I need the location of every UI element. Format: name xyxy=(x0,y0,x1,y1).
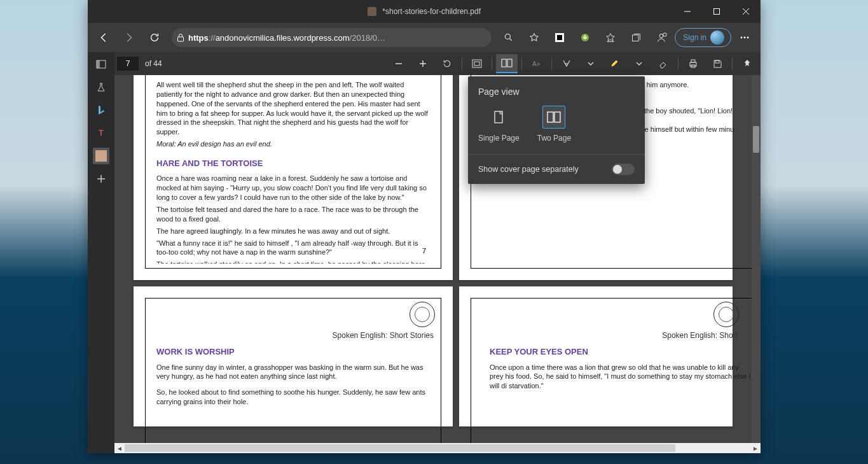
paragraph: All went well till the shepherd shut the… xyxy=(156,80,430,137)
paragraph: by him anymore. xyxy=(637,80,752,90)
svg-point-12 xyxy=(741,37,743,39)
more-button[interactable] xyxy=(733,25,757,50)
erase-button[interactable] xyxy=(652,54,674,73)
rotate-button[interactable] xyxy=(436,54,458,73)
print-button[interactable] xyxy=(682,54,704,73)
browser-toolbar: https://andonovicmilica.files.wordpress.… xyxy=(88,23,761,52)
window-maximize-button[interactable] xyxy=(702,0,731,23)
scrollbar-thumb[interactable] xyxy=(753,126,759,153)
pdf-viewer: of 44 A» xyxy=(114,52,761,453)
forward-button[interactable] xyxy=(117,25,141,50)
seal-icon xyxy=(713,302,739,327)
favorites-list-button[interactable] xyxy=(598,25,623,50)
pdf-page: Spoken English: Short KEEP YOUR EYES OPE… xyxy=(459,286,733,426)
svg-point-10 xyxy=(659,34,663,38)
paragraph: One fine sunny day in winter, a grasshop… xyxy=(156,363,430,382)
highlight-button[interactable] xyxy=(604,54,626,73)
address-bar[interactable]: https://andonovicmilica.files.wordpress.… xyxy=(172,28,492,47)
svg-rect-30 xyxy=(715,60,719,63)
svg-point-11 xyxy=(663,33,666,36)
read-aloud-button[interactable]: A» xyxy=(526,54,548,73)
highlight-dropdown-button[interactable] xyxy=(628,54,650,73)
scroll-left-arrow[interactable]: ◄ xyxy=(114,443,125,453)
svg-rect-33 xyxy=(555,112,560,122)
page-header: Spoken English: Short xyxy=(662,331,738,340)
title-text: *short-stories-for-children.pdf xyxy=(382,7,481,16)
signin-label: Sign in xyxy=(683,33,706,42)
draw-button[interactable] xyxy=(556,54,577,73)
zoom-out-button[interactable] xyxy=(388,54,410,73)
paragraph: So, he looked about to find something to… xyxy=(156,388,430,407)
page-number-label: 7 xyxy=(422,247,426,255)
window-minimize-button[interactable] xyxy=(673,0,702,23)
svg-rect-24 xyxy=(502,59,506,67)
page-header: Spoken English: Short Stories xyxy=(333,331,434,340)
svg-rect-9 xyxy=(633,35,639,41)
svg-rect-16 xyxy=(97,60,100,68)
zoom-button[interactable] xyxy=(497,25,521,50)
svg-rect-4 xyxy=(178,37,184,41)
page-total-label: of 44 xyxy=(145,59,162,68)
two-page-option[interactable]: Two Page xyxy=(537,106,571,143)
window-title: *short-stories-for-children.pdf xyxy=(88,7,761,17)
seal-icon xyxy=(410,302,435,327)
paragraph: The tortoise walked steadily on and on. … xyxy=(156,260,430,264)
single-page-option[interactable]: Single Page xyxy=(478,106,520,143)
zoom-in-button[interactable] xyxy=(412,54,434,73)
paragraph: The tortoise felt teased and dared the h… xyxy=(156,205,430,224)
page-number-input[interactable] xyxy=(117,57,139,71)
svg-rect-25 xyxy=(507,59,512,67)
horizontal-scrollbar[interactable]: ◄ ► xyxy=(114,443,761,453)
signin-button[interactable]: Sign in xyxy=(675,28,731,47)
collections-button[interactable] xyxy=(624,25,648,50)
paragraph: "What a funny race it is!" he said to hi… xyxy=(156,239,430,258)
story-title: HARE AND THE TORTOISE xyxy=(156,158,430,169)
url-host: andonovicmilica.files.wordpress.com xyxy=(216,33,350,43)
popup-title: Page view xyxy=(478,87,635,97)
sidebar-text-icon[interactable]: T xyxy=(93,125,109,141)
option-label: Two Page xyxy=(537,134,571,143)
back-button[interactable] xyxy=(92,25,116,50)
page-view-popup: Page view Single Page Two Page Show cove… xyxy=(468,76,645,184)
url-scheme: https xyxy=(188,33,209,43)
refresh-button[interactable] xyxy=(142,25,167,50)
lock-icon xyxy=(177,33,184,42)
sidebar-flask-icon[interactable] xyxy=(93,79,109,95)
left-sidebar: T xyxy=(88,52,114,453)
sidebar-add-button[interactable] xyxy=(93,171,109,187)
paragraph: Once a hare was roaming near a lake in a… xyxy=(156,174,430,202)
favorite-button[interactable] xyxy=(522,25,546,50)
page-view-button[interactable] xyxy=(496,54,518,73)
tab-favicon xyxy=(368,7,376,16)
sidebar-bing-icon[interactable] xyxy=(93,102,109,118)
sidebar-panel-icon[interactable] xyxy=(93,56,109,73)
scroll-right-arrow[interactable]: ► xyxy=(750,443,761,453)
extension-idm-button[interactable] xyxy=(573,25,597,50)
draw-dropdown-button[interactable] xyxy=(580,54,602,73)
pdf-toolbar: of 44 A» xyxy=(114,52,761,75)
svg-rect-28 xyxy=(691,60,695,62)
paragraph: ave himself but within few minu xyxy=(637,125,752,134)
cover-page-toggle[interactable] xyxy=(612,164,635,175)
document-area[interactable]: All went well till the shepherd shut the… xyxy=(114,75,761,453)
svg-rect-1 xyxy=(714,9,720,15)
sidebar-thumbnail[interactable] xyxy=(93,148,109,164)
pdf-page: All went well till the shepherd shut the… xyxy=(134,75,453,280)
profile-avatar-icon xyxy=(710,31,724,45)
pin-toolbar-button[interactable] xyxy=(736,54,758,73)
extension-square-button[interactable] xyxy=(548,25,572,50)
paragraph: w the boy shouted, "Lion! Lion! xyxy=(637,106,752,116)
url-rest: /2018/0… xyxy=(350,33,385,43)
titlebar: *short-stories-for-children.pdf xyxy=(88,0,761,23)
url-prefix: :// xyxy=(209,33,216,43)
svg-rect-32 xyxy=(548,112,553,122)
window-close-button[interactable] xyxy=(731,0,761,23)
fit-page-button[interactable] xyxy=(466,54,488,73)
scrollbar-thumb[interactable] xyxy=(125,444,675,452)
pdf-page: Spoken English: Short Stories WORK IS WO… xyxy=(134,286,453,426)
paragraph: Once upon a time there was a lion that g… xyxy=(490,363,752,391)
person-button[interactable] xyxy=(649,25,673,50)
save-button[interactable] xyxy=(706,54,728,73)
paragraph: The hare agreed laughingly. In a few min… xyxy=(156,227,430,236)
vertical-scrollbar[interactable] xyxy=(752,75,761,453)
